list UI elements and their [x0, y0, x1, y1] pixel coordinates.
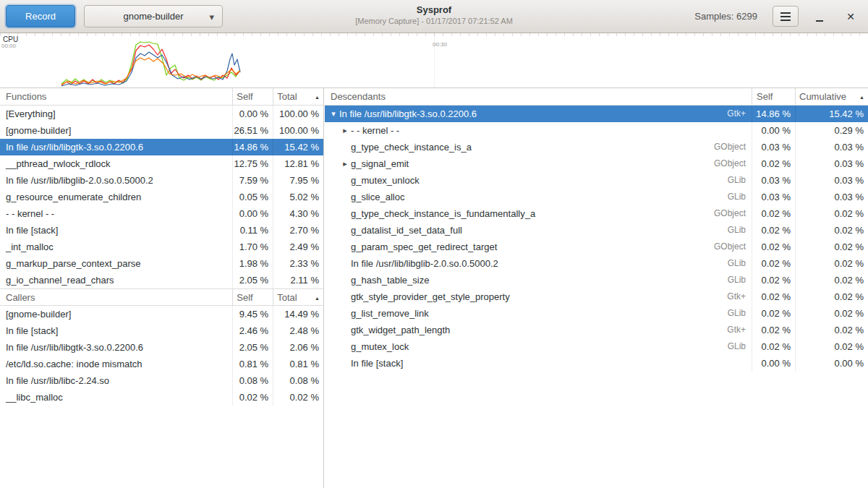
table-row[interactable]: [gnome-builder]26.51 %100.00 %	[0, 122, 323, 139]
table-row[interactable]: _int_malloc1.70 %2.49 %	[0, 239, 323, 255]
library-category-label: GLib	[728, 255, 746, 272]
column-label: Functions	[6, 88, 46, 105]
self-percent: 0.11 %	[233, 222, 273, 239]
table-row[interactable]: [gnome-builder]9.45 %14.49 %	[0, 306, 323, 322]
cumulative-percent: 0.02 %	[796, 205, 868, 222]
total-percent: 12.81 %	[273, 155, 323, 172]
descendant-name-cell: ▸- - kernel - -	[325, 122, 752, 139]
table-row[interactable]: In file /usr/lib/libgtk-3.so.0.2200.62.0…	[0, 339, 323, 356]
library-category-label: GLib	[728, 338, 746, 355]
table-row[interactable]: In file [stack]0.11 %2.70 %	[0, 222, 323, 239]
table-row[interactable]: g_slice_allocGLib0.03 %0.03 %	[325, 189, 868, 205]
cpu-graph[interactable]: CPU 00:00 00:30	[0, 33, 868, 88]
cumulative-percent: 0.03 %	[796, 139, 868, 155]
table-row[interactable]: __libc_malloc0.02 %0.02 %	[0, 389, 323, 406]
table-row[interactable]: g_list_remove_linkGLib0.02 %0.02 %	[325, 305, 868, 322]
self-column-header[interactable]: Self	[233, 88, 273, 105]
hamburger-icon	[780, 16, 791, 17]
table-row[interactable]: ▸g_signal_emitGObject0.02 %0.03 %	[325, 155, 868, 172]
descendant-name-cell: g_mutex_unlockGLib	[325, 172, 752, 189]
table-row[interactable]: g_mutex_unlockGLib0.03 %0.03 %	[325, 172, 868, 189]
library-category-label: GLib	[728, 222, 746, 239]
self-percent: 1.70 %	[233, 239, 273, 255]
library-category-label: GObject	[714, 155, 746, 172]
table-row[interactable]: g_markup_parse_context_parse1.98 %2.33 %	[0, 255, 323, 272]
total-percent: 2.33 %	[273, 255, 323, 272]
column-label: Total	[277, 289, 297, 305]
cumulative-percent: 0.02 %	[796, 272, 868, 288]
total-percent: 0.08 %	[273, 372, 323, 389]
total-percent: 0.81 %	[273, 356, 323, 372]
profile-target-dropdown[interactable]: gnome-builder	[84, 5, 223, 27]
table-row[interactable]: - - kernel - -0.00 %4.30 %	[0, 205, 323, 222]
table-row[interactable]: In file /usr/lib/libc-2.24.so0.08 %0.08 …	[0, 372, 323, 389]
table-row[interactable]: In file /usr/lib/libglib-2.0.so.0.5000.2…	[0, 172, 323, 189]
expander-icon[interactable]: ▾	[328, 106, 339, 122]
functions-column-header[interactable]: Functions	[0, 88, 233, 105]
minimize-button[interactable]	[809, 7, 830, 27]
descendant-name-cell: g_mutex_lockGLib	[325, 338, 752, 355]
self-percent: 26.51 %	[233, 122, 273, 139]
self-column-header[interactable]: Self	[233, 289, 273, 305]
table-row[interactable]: g_type_check_instance_is_aGObject0.03 %0…	[325, 139, 868, 155]
table-row[interactable]: __pthread_rwlock_rdlock12.75 %12.81 %	[0, 155, 323, 172]
profile-panes: Functions Self Total [Everything]0.00 %1…	[0, 88, 868, 488]
table-row[interactable]: g_hash_table_sizeGLib0.02 %0.02 %	[325, 272, 868, 288]
profile-target-label: gnome-builder	[123, 11, 183, 22]
table-row[interactable]: /etc/ld.so.cache: inode mismatch0.81 %0.…	[0, 356, 323, 372]
cpu-usage-lines	[0, 33, 868, 87]
table-row[interactable]: In file /usr/lib/libgtk-3.so.0.2200.614.…	[0, 139, 323, 155]
table-row[interactable]: In file /usr/lib/libglib-2.0.so.0.5000.2…	[325, 255, 868, 272]
total-percent: 15.42 %	[273, 139, 323, 155]
self-percent: 9.45 %	[233, 306, 273, 322]
descendants-column-header[interactable]: Descendants	[325, 88, 752, 105]
callers-column-header[interactable]: Callers	[0, 289, 233, 305]
self-percent: 0.03 %	[752, 139, 796, 155]
self-percent: 0.00 %	[752, 122, 796, 139]
table-row[interactable]: g_param_spec_get_redirect_targetGObject0…	[325, 239, 868, 255]
expander-icon[interactable]: ▸	[339, 122, 351, 139]
function-name: g_slice_alloc	[351, 189, 404, 205]
descendants-header: Descendants Self Cumulative	[325, 88, 868, 106]
self-percent: 2.05 %	[233, 272, 273, 288]
total-percent: 100.00 %	[273, 106, 323, 122]
table-row[interactable]: g_io_channel_read_chars2.05 %2.11 %	[0, 272, 323, 288]
self-percent: 0.02 %	[752, 272, 796, 288]
self-percent: 0.02 %	[752, 255, 796, 272]
self-percent: 0.03 %	[752, 172, 796, 189]
callers-table: [gnome-builder]9.45 %14.49 %In file [sta…	[0, 306, 323, 406]
table-row[interactable]: g_type_check_instance_is_fundamentally_a…	[325, 205, 868, 222]
self-column-header[interactable]: Self	[752, 88, 796, 105]
library-category-label: GLib	[728, 305, 746, 322]
cumulative-percent: 0.03 %	[796, 155, 868, 172]
total-column-header[interactable]: Total	[273, 289, 323, 305]
function-name: In file /usr/lib/libglib-2.0.so.0.5000.2	[0, 172, 233, 189]
function-name: g_mutex_lock	[351, 338, 409, 355]
total-percent: 5.02 %	[273, 189, 323, 205]
cumulative-column-header[interactable]: Cumulative	[796, 88, 868, 105]
sysprof-window: Record gnome-builder Sysprof [Memory Cap…	[0, 0, 868, 488]
menu-button[interactable]	[773, 6, 799, 27]
expander-icon[interactable]: ▸	[339, 155, 351, 172]
self-percent: 0.03 %	[752, 189, 796, 205]
function-name: - - kernel - -	[0, 205, 233, 222]
close-button[interactable]	[841, 7, 861, 27]
chevron-down-icon	[209, 12, 214, 22]
table-row[interactable]: gtk_widget_path_lengthGtk+0.02 %0.02 %	[325, 322, 868, 338]
table-row[interactable]: [Everything]0.00 %100.00 %	[0, 106, 323, 122]
descendant-name-cell: g_slice_allocGLib	[325, 189, 752, 205]
table-row[interactable]: g_mutex_lockGLib0.02 %0.02 %	[325, 338, 868, 355]
table-row[interactable]: ▾In file /usr/lib/libgtk-3.so.0.2200.6Gt…	[325, 106, 868, 122]
function-name: [Everything]	[0, 106, 233, 122]
total-column-header[interactable]: Total	[273, 88, 323, 105]
descendant-name-cell: g_hash_table_sizeGLib	[325, 272, 752, 288]
self-percent: 0.81 %	[233, 356, 273, 372]
table-row[interactable]: gtk_style_provider_get_style_propertyGtk…	[325, 288, 868, 305]
table-row[interactable]: g_datalist_id_set_data_fullGLib0.02 %0.0…	[325, 222, 868, 239]
record-button[interactable]: Record	[6, 5, 75, 27]
table-row[interactable]: ▸- - kernel - -0.00 %0.29 %	[325, 122, 868, 139]
table-row[interactable]: In file [stack]0.00 %0.00 %	[325, 355, 868, 372]
table-row[interactable]: g_resource_enumerate_children0.05 %5.02 …	[0, 189, 323, 205]
cumulative-percent: 0.03 %	[796, 189, 868, 205]
table-row[interactable]: In file [stack]2.46 %2.48 %	[0, 322, 323, 339]
